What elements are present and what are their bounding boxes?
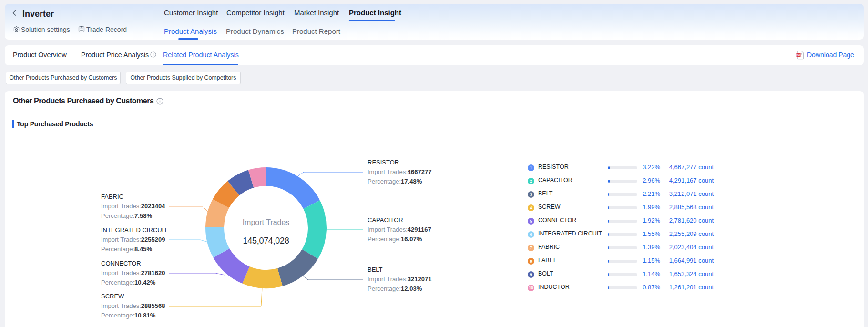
svg-text:PDF: PDF (796, 54, 800, 56)
